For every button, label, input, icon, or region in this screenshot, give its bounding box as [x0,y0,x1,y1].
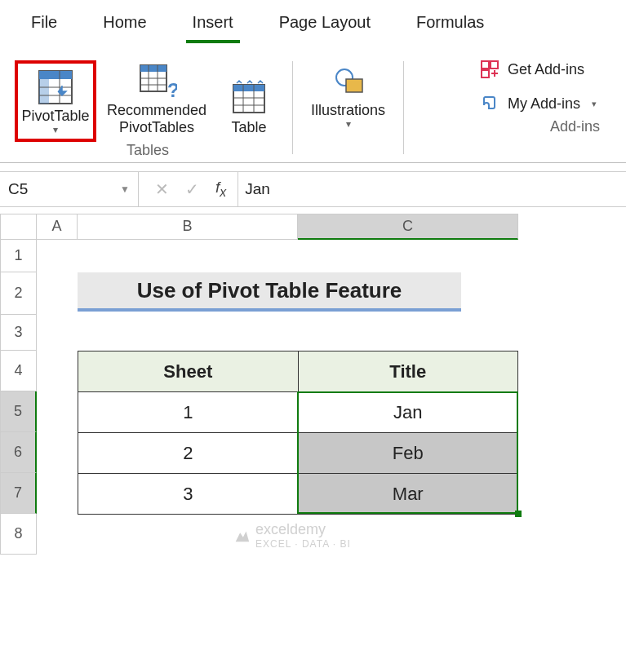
name-box[interactable]: C5 ▼ [0,172,139,206]
table-header-sheet[interactable]: Sheet [78,351,299,392]
watermark-sub: EXCEL · DATA · BI [255,538,351,550]
tab-insert[interactable]: Insert [186,10,240,43]
formula-input[interactable]: Jan [238,180,626,198]
ribbon-group-illustrations: Illustrations ▾ [298,56,398,159]
cancel-icon[interactable]: ✕ [155,179,169,199]
table-icon [229,78,269,119]
table-cell[interactable]: Feb [298,433,517,474]
my-addins-label: My Add-ins [508,95,580,113]
row-header-7[interactable]: 7 [0,473,37,514]
fill-handle[interactable] [515,511,522,517]
svg-rect-23 [482,70,489,77]
svg-text:?: ? [167,79,177,101]
my-addins-button[interactable]: My Add-ins ▾ [480,94,597,113]
row-header-5[interactable]: 5 [0,391,37,432]
formula-controls: ✕ ✓ [139,179,215,199]
col-header-a[interactable]: A [37,214,78,240]
table-cell[interactable]: Mar [298,474,517,515]
table-cell[interactable]: 3 [78,474,299,515]
get-addins-icon [480,60,499,79]
recommended-pivottables-button[interactable]: ? Recommended PivotTables [100,56,214,140]
chevron-down-icon: ▼ [120,183,130,195]
ribbon-group-tables: PivotTable ▾ ? Recommended PivotTables T… [8,56,287,159]
svg-rect-7 [140,65,166,72]
table-cell[interactable]: 1 [78,392,299,433]
pivottable-label: PivotTable [21,108,89,125]
row-header-1[interactable]: 1 [0,240,37,272]
svg-rect-20 [346,79,362,92]
watermark: exceldemy EXCEL · DATA · BI [233,521,351,550]
chevron-down-icon: ▾ [592,99,597,109]
group-label-addins: Add-ins [550,118,600,135]
separator [292,61,293,154]
pivottable-icon [35,67,76,108]
table-header-title[interactable]: Title [298,351,517,392]
ribbon-tabs: File Home Insert Page Layout Formulas [0,0,626,50]
data-table: Sheet Title 1 Jan 2 Feb 3 Mar [78,351,518,515]
tab-home[interactable]: Home [96,10,153,43]
col-header-b[interactable]: B [78,214,298,240]
name-box-value: C5 [8,180,28,198]
row-header-6[interactable]: 6 [0,432,37,473]
tab-page-layout[interactable]: Page Layout [273,10,377,43]
sheet-title[interactable]: Use of Pivot Table Feature [78,272,461,312]
row-header-8[interactable]: 8 [0,514,37,555]
watermark-icon [233,527,251,545]
col-header-c[interactable]: C [298,214,518,240]
table-button[interactable]: Table [220,73,277,141]
chevron-down-icon: ▾ [53,125,58,136]
row-header-4[interactable]: 4 [0,351,37,391]
table-cell[interactable]: 2 [78,433,299,474]
illustrations-label: Illustrations [311,102,385,119]
svg-rect-14 [233,85,264,91]
ribbon-group-addins: Get Add-ins My Add-ins ▾ Add-ins [409,56,618,159]
tab-formulas[interactable]: Formulas [410,10,491,43]
fx-icon[interactable]: fx [215,179,238,200]
get-addins-button[interactable]: Get Add-ins [480,60,597,79]
recommended-pivottables-icon: ? [136,61,177,102]
illustrations-icon [328,61,369,102]
group-label-tables: Tables [127,142,169,159]
recommended-pivottables-label: Recommended PivotTables [107,102,206,135]
table-cell[interactable]: Jan [298,392,517,433]
spreadsheet-grid: A B C 1 2 3 4 5 6 7 8 Use of Pivot Table… [0,214,626,555]
group-label-illustrations [346,136,350,153]
svg-rect-22 [491,61,498,69]
ribbon-body: PivotTable ▾ ? Recommended PivotTables T… [0,50,626,163]
separator [403,61,404,154]
row-header-2[interactable]: 2 [0,272,37,315]
get-addins-label: Get Add-ins [508,61,584,78]
watermark-name: exceldemy [255,521,351,538]
chevron-down-icon: ▾ [346,119,351,130]
illustrations-button[interactable]: Illustrations ▾ [308,56,388,135]
my-addins-icon [480,94,499,113]
cells-area[interactable]: Use of Pivot Table Feature Sheet Title 1… [37,240,626,555]
select-all-corner[interactable] [0,214,37,240]
row-header-3[interactable]: 3 [0,315,37,351]
formula-bar: C5 ▼ ✕ ✓ fx Jan [0,171,626,207]
enter-icon[interactable]: ✓ [185,179,199,199]
pivottable-button[interactable]: PivotTable ▾ [18,62,93,140]
table-label: Table [231,119,266,136]
svg-rect-21 [482,61,489,69]
tab-file[interactable]: File [24,10,64,43]
